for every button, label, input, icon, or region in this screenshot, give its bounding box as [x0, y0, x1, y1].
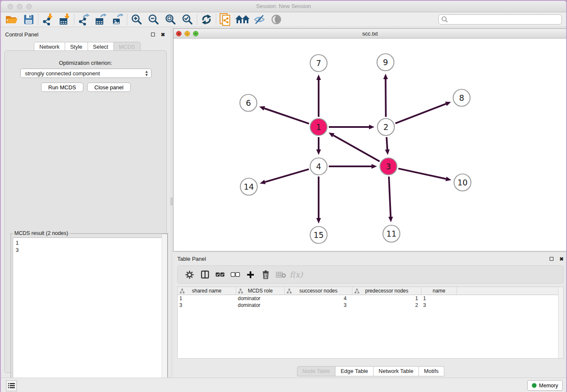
graph-node-10[interactable]: 10 — [454, 174, 471, 191]
graph-node-3[interactable]: 3 — [380, 158, 397, 175]
dropdown-arrows-icon: ▲▼ — [145, 70, 149, 77]
toolbar-separator — [216, 14, 216, 25]
search-icon — [441, 16, 448, 25]
graph-edge-1-6[interactable] — [264, 108, 309, 124]
import-table-icon[interactable] — [56, 13, 73, 26]
import-network-icon[interactable] — [39, 13, 56, 26]
toolbar-separator — [127, 14, 127, 25]
criterion-dropdown[interactable]: strongly connected component ▲▼ — [20, 69, 151, 78]
graph-edge-2-9[interactable] — [385, 79, 386, 117]
splitter-handle[interactable] — [171, 198, 173, 205]
open-session-icon[interactable] — [3, 13, 20, 26]
home-icon[interactable] — [234, 13, 251, 26]
tab-network-table[interactable]: Network Table — [374, 366, 419, 376]
control-panel-header-buttons: ✖ — [147, 30, 165, 38]
column-header-MCDS-role[interactable]: MCDS role — [236, 287, 285, 295]
toolbar-separator — [74, 14, 74, 25]
svg-text:10: 10 — [457, 178, 468, 187]
graph-node-15[interactable]: 15 — [310, 226, 327, 243]
search-field-wrap — [438, 14, 562, 25]
column-header-successor-nodes[interactable]: successor nodes — [285, 287, 352, 295]
cell-name[interactable]: 3 — [421, 302, 457, 309]
cell-name[interactable]: 1 — [421, 295, 457, 302]
cell-shared-name[interactable]: 1 — [178, 295, 236, 302]
table-row[interactable]: 1dominator411 — [178, 295, 563, 302]
task-history-button[interactable] — [6, 380, 17, 391]
svg-text:7: 7 — [316, 58, 321, 68]
columns-icon[interactable] — [197, 268, 212, 281]
network-window-titlebar[interactable]: ✕ − + scc.txt — [173, 29, 567, 39]
close-panel-icon[interactable]: ✖ — [559, 256, 564, 262]
graph-edge-4-14[interactable] — [265, 169, 309, 182]
vertical-splitter[interactable] — [170, 27, 173, 378]
graph-node-1[interactable]: 1 — [310, 119, 327, 135]
graph-node-6[interactable]: 6 — [240, 94, 257, 111]
graph-edge-3-11[interactable] — [389, 177, 391, 217]
gear-icon[interactable] — [182, 268, 197, 281]
graph-edge-3-1[interactable] — [333, 135, 380, 162]
cell-successor-nodes[interactable]: 4 — [285, 295, 352, 302]
graph-node-2[interactable]: 2 — [377, 119, 394, 135]
apply-layout-icon[interactable] — [198, 13, 215, 26]
delete-column-icon[interactable] — [258, 268, 273, 281]
table-row[interactable]: 3dominator323 — [178, 302, 563, 309]
save-session-icon[interactable] — [20, 13, 37, 26]
run-mcds-button[interactable]: Run MCDS — [41, 83, 83, 92]
cell-MCDS-role[interactable]: dominator — [236, 295, 285, 302]
zoom-selected-icon[interactable] — [179, 13, 196, 26]
cell-successor-nodes[interactable]: 3 — [285, 302, 352, 309]
memory-button[interactable]: Memory — [527, 380, 563, 391]
graph-node-14[interactable]: 14 — [240, 178, 257, 195]
search-input[interactable] — [438, 14, 562, 25]
table-body: 1dominator4113dominator323 — [178, 295, 563, 309]
column-header-name[interactable]: name — [421, 287, 457, 295]
deselect-all-icon[interactable] — [228, 268, 243, 281]
float-panel-icon[interactable] — [151, 32, 155, 38]
control-panel: Control Panel ✖ NetworkStyleSelectMCDS O… — [1, 27, 170, 378]
tab-motifs[interactable]: Motifs — [419, 366, 444, 376]
zoom-fit-icon[interactable] — [162, 13, 179, 26]
table-scrollbar[interactable] — [558, 287, 563, 358]
svg-text:2: 2 — [383, 122, 388, 132]
hide-panel-icon[interactable] — [251, 13, 268, 26]
cell-MCDS-role[interactable]: dominator — [236, 302, 285, 309]
graph-edge-2-3[interactable] — [387, 137, 388, 149]
mcds-result-text: 13 — [13, 237, 166, 391]
export-network-icon[interactable] — [75, 13, 92, 26]
close-panel-button[interactable]: Close panel — [87, 83, 131, 92]
column-header-shared-name[interactable]: shared name — [178, 287, 236, 295]
graph-node-7[interactable]: 7 — [310, 55, 327, 72]
zoom-out-icon[interactable] — [145, 13, 162, 26]
export-table-icon[interactable] — [92, 13, 109, 26]
graph-node-4[interactable]: 4 — [310, 158, 327, 175]
network-canvas[interactable]: 7968124314101511 — [173, 39, 567, 251]
result-scrollbar[interactable] — [162, 234, 168, 392]
cell-shared-name[interactable]: 3 — [178, 302, 236, 309]
tab-edge-table[interactable]: Edge Table — [336, 366, 374, 376]
table-panel-header-buttons: ✖ — [546, 255, 564, 262]
graph-node-8[interactable]: 8 — [453, 89, 470, 106]
graph-edge-2-8[interactable] — [395, 104, 446, 123]
titlebar: Session: New Session — [1, 1, 566, 12]
tab-node-table[interactable]: Node Table — [297, 366, 336, 376]
svg-text:11: 11 — [386, 229, 396, 238]
column-header-predecessor-nodes[interactable]: predecessor nodes — [352, 287, 421, 295]
function-builder-icon: f(x) — [289, 268, 304, 281]
cell-predecessor-nodes[interactable]: 2 — [352, 302, 421, 309]
graph-edge-3-10[interactable] — [398, 168, 446, 179]
status-bar: Memory — [1, 378, 566, 392]
float-panel-icon[interactable] — [550, 256, 553, 262]
cell-predecessor-nodes[interactable]: 1 — [352, 295, 421, 302]
network-graph[interactable]: 7968124314101511 — [173, 39, 567, 251]
graph-node-9[interactable]: 9 — [377, 54, 394, 71]
svg-text:3: 3 — [386, 162, 391, 171]
network-view-window: ✕ − + scc.txt 7968124314101511 — [173, 28, 567, 251]
add-column-icon[interactable] — [243, 268, 258, 281]
zoom-in-icon[interactable] — [128, 13, 145, 26]
memory-status-icon — [532, 383, 537, 388]
select-all-icon[interactable] — [212, 268, 228, 281]
clone-network-icon[interactable] — [217, 13, 234, 26]
graph-node-11[interactable]: 11 — [383, 225, 400, 242]
close-panel-icon[interactable]: ✖ — [161, 32, 165, 38]
export-image-icon[interactable] — [109, 13, 126, 26]
